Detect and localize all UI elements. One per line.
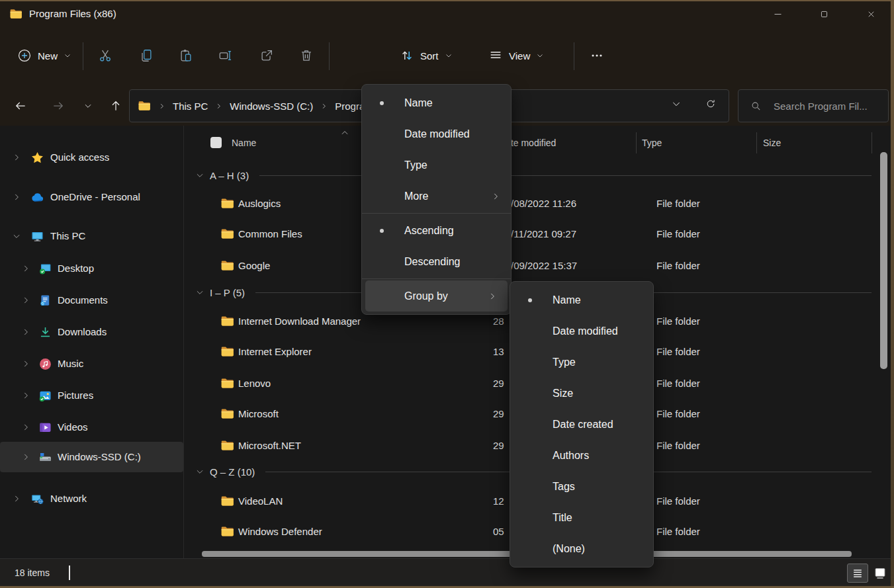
view-button[interactable]: View <box>488 40 544 71</box>
sidebar-item-label: Windows-SSD (C:) <box>58 442 141 472</box>
submenu-item-size[interactable]: Size <box>510 378 653 409</box>
file-name: Auslogics <box>238 188 281 219</box>
menu-item-more[interactable]: More <box>362 181 511 212</box>
chevron-right-icon[interactable] <box>21 359 30 368</box>
sidebar-item-desktop[interactable]: Desktop <box>0 256 183 281</box>
file-date-modified: 29 <box>493 430 504 461</box>
submenu-item-type[interactable]: Type <box>510 347 653 378</box>
column-divider[interactable] <box>636 132 637 153</box>
forward-button[interactable] <box>48 96 68 116</box>
submenu-item-authors[interactable]: Authors <box>510 440 653 471</box>
chevron-down-icon[interactable] <box>12 231 21 241</box>
column-divider[interactable] <box>756 132 757 153</box>
chevron-right-icon[interactable] <box>12 192 21 202</box>
selected-bullet-icon <box>528 298 532 302</box>
chevron-right-icon[interactable] <box>21 264 30 273</box>
chevron-right-icon[interactable] <box>21 452 30 462</box>
chevron-right-icon <box>488 292 497 301</box>
menu-item-type[interactable]: Type <box>362 149 511 181</box>
menu-item-date-modified[interactable]: Date modified <box>362 118 511 149</box>
breadcrumb-drive[interactable]: Windows-SSD (C:) <box>230 101 313 112</box>
back-button[interactable] <box>11 96 30 116</box>
file-name: Common Files <box>238 218 302 249</box>
submenu-item-date-modified[interactable]: Date modified <box>510 315 653 347</box>
sidebar-item-onedrive[interactable]: OneDrive - Personal <box>0 185 183 210</box>
file-row[interactable]: Common Files /11/2021 09:27 File folder <box>184 218 894 249</box>
column-header-type[interactable]: Type <box>642 130 662 156</box>
menu-item-label: (None) <box>553 543 585 555</box>
rename-button[interactable] <box>211 40 240 71</box>
folder-icon <box>220 494 234 508</box>
file-name: Google <box>238 250 270 281</box>
group-header-a-h[interactable]: A – H (3) <box>184 165 894 185</box>
paste-button[interactable] <box>171 40 201 71</box>
chevron-right-icon[interactable] <box>21 423 30 432</box>
chevron-right-icon[interactable] <box>12 153 21 162</box>
sidebar-item-music[interactable]: Music <box>0 351 183 376</box>
sort-button[interactable]: Sort <box>400 40 453 71</box>
column-header-size[interactable]: Size <box>763 130 781 156</box>
up-button[interactable] <box>106 96 126 116</box>
cut-button[interactable] <box>91 40 120 71</box>
chevron-right-icon[interactable] <box>12 494 21 503</box>
refresh-button[interactable] <box>705 99 721 114</box>
file-row[interactable]: Auslogics /08/2022 11:26 File folder <box>184 188 894 219</box>
share-button[interactable] <box>252 40 281 71</box>
maximize-button[interactable] <box>809 0 839 28</box>
details-view-button[interactable] <box>847 564 868 583</box>
sidebar-item-documents[interactable]: Documents <box>0 288 183 313</box>
folder-icon <box>220 196 234 210</box>
chevron-right-icon[interactable] <box>21 327 30 337</box>
sidebar-item-downloads[interactable]: Downloads <box>0 319 183 345</box>
column-header-name[interactable]: Name <box>232 130 256 156</box>
large-thumbnails-view-button[interactable] <box>870 564 891 583</box>
menu-item-label: Date modified <box>553 325 618 337</box>
sidebar-item-videos[interactable]: Videos <box>0 415 183 440</box>
sidebar-item-this-pc[interactable]: This PC <box>0 224 183 249</box>
file-row[interactable]: Google /09/2022 15:37 File folder <box>184 250 894 281</box>
downloads-icon <box>38 325 52 339</box>
chevron-right-icon[interactable] <box>21 391 30 400</box>
toolbar-divider <box>329 42 330 70</box>
cut-icon <box>98 48 112 63</box>
menu-separator <box>362 278 511 279</box>
select-all-checkbox[interactable] <box>210 137 222 148</box>
file-type: File folder <box>656 306 700 337</box>
vertical-scrollbar-thumb[interactable] <box>880 152 887 369</box>
breadcrumb-this-pc[interactable]: This PC <box>173 101 208 112</box>
delete-button[interactable] <box>292 40 321 71</box>
chevron-right-icon[interactable] <box>21 296 30 305</box>
submenu-item-title[interactable]: Title <box>510 502 653 533</box>
menu-item-name[interactable]: Name <box>362 87 511 118</box>
menu-item-ascending[interactable]: Ascending <box>362 215 511 246</box>
search-input[interactable] <box>772 100 874 112</box>
file-name: VideoLAN <box>238 485 283 517</box>
search-box[interactable] <box>738 89 889 122</box>
see-more-button[interactable] <box>582 40 611 71</box>
sidebar-item-network[interactable]: Network <box>0 486 183 511</box>
submenu-item-none[interactable]: (None) <box>510 533 653 564</box>
new-button-label: New <box>38 50 58 62</box>
close-button[interactable] <box>856 0 886 28</box>
new-button[interactable]: New <box>17 40 71 71</box>
menu-item-label: Ascending <box>404 225 454 237</box>
menu-item-group-by[interactable]: Group by <box>365 280 508 312</box>
folder-icon <box>220 376 234 390</box>
recent-locations-button[interactable] <box>78 96 98 116</box>
sidebar-item-label: Desktop <box>58 256 94 281</box>
submenu-item-date-created[interactable]: Date created <box>510 409 653 440</box>
menu-item-descending[interactable]: Descending <box>362 246 511 277</box>
submenu-item-tags[interactable]: Tags <box>510 471 653 502</box>
sidebar-item-windows-ssd[interactable]: Windows-SSD (C:) <box>0 442 183 472</box>
menu-item-label: Type <box>404 159 427 171</box>
column-divider[interactable] <box>872 132 872 153</box>
chevron-right-icon <box>491 192 500 201</box>
sidebar-item-pictures[interactable]: Pictures <box>0 383 183 408</box>
sidebar-item-quick-access[interactable]: Quick access <box>0 145 183 170</box>
menu-item-label: Descending <box>404 256 461 268</box>
sort-ascending-indicator-icon <box>340 128 349 138</box>
submenu-item-name[interactable]: Name <box>510 284 653 315</box>
copy-button[interactable] <box>132 40 161 71</box>
minimize-button[interactable] <box>762 0 793 28</box>
address-dropdown-button[interactable] <box>671 99 687 114</box>
